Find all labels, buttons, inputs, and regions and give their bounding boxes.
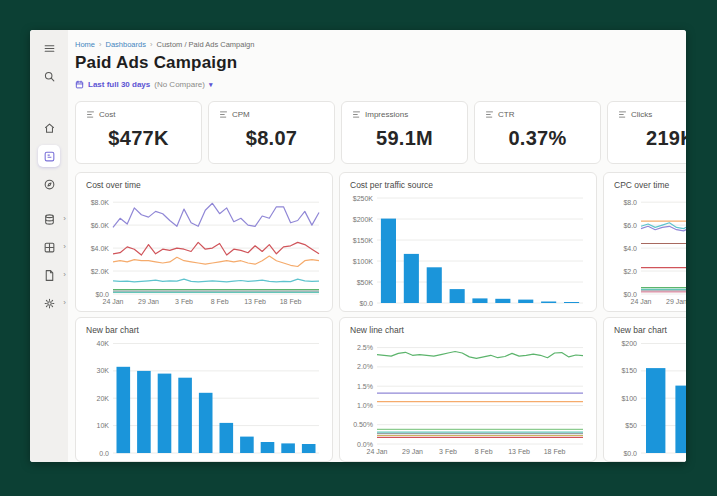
svg-text:20K: 20K — [97, 395, 110, 402]
svg-text:10K: 10K — [97, 422, 110, 429]
kpi-metric-icon — [352, 110, 361, 119]
chevron-right-icon: › — [63, 271, 66, 279]
breadcrumb-current: Custom / Paid Ads Campaign — [156, 40, 254, 49]
breadcrumb-home[interactable]: Home — [75, 40, 95, 49]
svg-text:2.5%: 2.5% — [357, 344, 373, 351]
bar-chart: $0.0$50$100$150$200 — [614, 338, 686, 456]
svg-text:$250K: $250K — [353, 195, 374, 202]
svg-text:29 Jan: 29 Jan — [138, 298, 159, 305]
kpi-value: $477K — [86, 127, 191, 150]
chart-title: New bar chart — [86, 325, 322, 335]
svg-text:$200K: $200K — [353, 216, 374, 223]
kpi-card-clicks: Clicks 219K — [607, 101, 686, 164]
kpi-card-cpm: CPM $8.07 — [208, 101, 335, 164]
kpi-card-impressions: Impressions 59.1M — [341, 101, 468, 164]
sidebar-item-layout[interactable]: › — [38, 236, 60, 258]
svg-text:$8.0: $8.0 — [623, 199, 637, 206]
svg-text:18 Feb: 18 Feb — [544, 448, 566, 455]
kpi-label: CPM — [232, 110, 250, 119]
chart-title: Cost over time — [86, 180, 322, 190]
svg-text:0.0: 0.0 — [99, 450, 109, 457]
chevron-right-icon: › — [63, 243, 66, 251]
chevron-right-icon: › — [63, 299, 66, 307]
svg-text:24 Jan: 24 Jan — [102, 298, 123, 305]
sidebar-item-data[interactable]: › — [38, 208, 60, 230]
kpi-header: CTR — [485, 110, 590, 119]
search-icon[interactable] — [38, 65, 60, 87]
svg-text:$4.0: $4.0 — [623, 245, 637, 252]
kpi-card-cost: Cost $477K — [75, 101, 202, 164]
kpi-value: 219K — [618, 127, 686, 150]
kpi-header: Clicks — [618, 110, 686, 119]
svg-text:13 Feb: 13 Feb — [244, 298, 266, 305]
kpi-metric-icon — [219, 110, 228, 119]
desktop: { "icons": { "chevron_down": "▾", "chevr… — [0, 0, 717, 496]
svg-text:0.50%: 0.50% — [353, 421, 373, 428]
kpi-label: Clicks — [631, 110, 652, 119]
chart-card-cpc-over-time: CPC over time $0.0$2.0$4.0$6.0$8.024 Jan… — [603, 172, 686, 312]
breadcrumb-separator: › — [150, 40, 153, 49]
kpi-label: Cost — [99, 110, 115, 119]
breadcrumb-separator: › — [99, 40, 102, 49]
compare-label: (No Compare) — [154, 80, 205, 89]
chart-title: New bar chart — [614, 325, 686, 335]
line-chart: $0.0$2.0$4.0$6.0$8.024 Jan29 Jan3 Feb8 F… — [614, 193, 686, 306]
line-chart: 0.0%0.50%1.0%1.5%2.0%2.5%24 Jan29 Jan3 F… — [350, 338, 588, 456]
chart-title: CPC over time — [614, 180, 686, 190]
page-title: Paid Ads Campaign — [75, 53, 686, 73]
chart-card-cost-per-traffic-source: Cost per traffic source $0.0$50K$100K$15… — [339, 172, 597, 312]
chart-card-new-line-chart: New line chart 0.0%0.50%1.0%1.5%2.0%2.5%… — [339, 317, 597, 462]
kpi-value: $8.07 — [219, 127, 324, 150]
svg-text:1.5%: 1.5% — [357, 383, 373, 390]
chart-title: New line chart — [350, 325, 586, 335]
kpi-value: 59.1M — [352, 127, 457, 150]
date-range-filter[interactable]: Last full 30 days (No Compare) ▾ — [75, 80, 212, 89]
svg-text:$4.0K: $4.0K — [91, 245, 110, 252]
svg-text:1.0%: 1.0% — [357, 402, 373, 409]
bar-chart: $0.0$50K$100K$150K$200K$250K — [350, 193, 588, 306]
svg-text:$200: $200 — [621, 340, 637, 347]
svg-text:3 Feb: 3 Feb — [439, 448, 457, 455]
sidebar-item-settings[interactable]: › — [38, 292, 60, 314]
svg-text:13 Feb: 13 Feb — [508, 448, 530, 455]
kpi-metric-icon — [86, 110, 95, 119]
sidebar-item-dashboards[interactable] — [38, 145, 60, 167]
sidebar-item-discover[interactable] — [38, 173, 60, 195]
chart-card-new-bar-chart-1: New bar chart 0.010K20K30K40K — [75, 317, 333, 462]
kpi-value: 0.37% — [485, 127, 590, 150]
date-range-label: Last full 30 days — [88, 80, 150, 89]
bar-chart: 0.010K20K30K40K — [86, 338, 324, 456]
breadcrumb-dashboards[interactable]: Dashboards — [106, 40, 146, 49]
svg-text:3 Feb: 3 Feb — [175, 298, 193, 305]
kpi-header: Cost — [86, 110, 191, 119]
svg-text:$150K: $150K — [353, 237, 374, 244]
charts-grid: Cost over time $0.0$2.0K$4.0K$6.0K$8.0K2… — [75, 172, 686, 462]
svg-text:0.0%: 0.0% — [357, 441, 373, 448]
chevron-right-icon: › — [63, 215, 66, 223]
svg-text:24 Jan: 24 Jan — [366, 448, 387, 455]
svg-text:$6.0: $6.0 — [623, 222, 637, 229]
svg-text:40K: 40K — [97, 340, 110, 347]
svg-text:8 Feb: 8 Feb — [211, 298, 229, 305]
app-window: › › › › Home › Dashboards › Custom / Pai… — [30, 30, 686, 462]
kpi-label: Impressions — [365, 110, 408, 119]
sidebar-item-files[interactable]: › — [38, 264, 60, 286]
svg-text:2.0%: 2.0% — [357, 363, 373, 370]
svg-text:$50: $50 — [625, 422, 637, 429]
svg-text:$0.0: $0.0 — [623, 291, 637, 298]
kpi-row: Cost $477K CPM $8.07 Impressions 59.1M — [75, 101, 686, 164]
svg-text:18 Feb: 18 Feb — [280, 298, 302, 305]
svg-text:8 Feb: 8 Feb — [475, 448, 493, 455]
svg-text:$0.0: $0.0 — [623, 450, 637, 457]
svg-text:29 Jan: 29 Jan — [402, 448, 423, 455]
sidebar: › › › › — [30, 30, 68, 462]
svg-text:$0.0: $0.0 — [95, 291, 109, 298]
svg-text:$2.0K: $2.0K — [91, 268, 110, 275]
svg-text:29 Jan: 29 Jan — [666, 298, 686, 305]
kpi-header: CPM — [219, 110, 324, 119]
svg-text:30K: 30K — [97, 367, 110, 374]
sidebar-item-home[interactable] — [38, 117, 60, 139]
svg-text:$150: $150 — [621, 367, 637, 374]
main-content: Home › Dashboards › Custom / Paid Ads Ca… — [68, 30, 686, 462]
menu-icon[interactable] — [38, 37, 60, 59]
